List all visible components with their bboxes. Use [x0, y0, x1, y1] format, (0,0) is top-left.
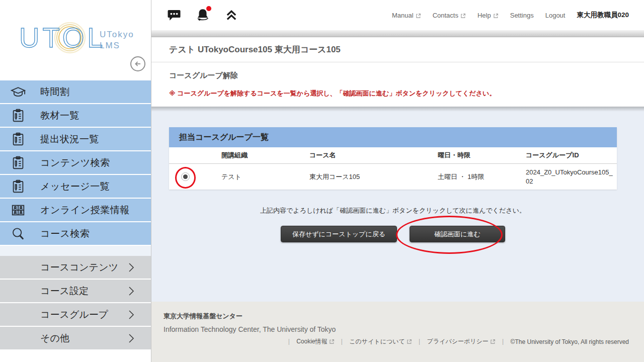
- sidebar-item-label: メッセージ一覧: [40, 180, 110, 193]
- sidebar-item-materials[interactable]: 教材一覧: [0, 104, 151, 128]
- sidebar-subitem-label: コースグループ: [40, 308, 128, 321]
- footer-separator: ｜: [417, 337, 423, 346]
- collapse-header-icon[interactable]: [224, 8, 239, 23]
- external-link-icon: [460, 13, 466, 18]
- sidebar-item-others[interactable]: その他: [0, 327, 151, 350]
- sidebar-item-submission-status[interactable]: 提出状況一覧: [0, 128, 151, 151]
- logo-subtitle-1: UTokyo: [100, 30, 134, 39]
- logo-subtitle-2: LMS: [100, 41, 120, 50]
- cell-day-period: 土曜日 ・ 1時限: [436, 172, 524, 182]
- copyright-text: ©The University of Tokyo, All rights res…: [511, 338, 629, 345]
- footer-separator: ｜: [286, 337, 292, 346]
- sidebar-item-content-search[interactable]: コンテンツ検索: [0, 151, 151, 175]
- content-shadow-band: [151, 107, 644, 112]
- header-divider-band: [151, 30, 644, 37]
- user-name[interactable]: 東大用教職員020: [577, 11, 629, 20]
- online-class-icon: [11, 203, 26, 218]
- logo-area: UTOL UTokyo LMS: [0, 0, 151, 80]
- utol-logo[interactable]: UTOL UTokyo LMS: [19, 22, 137, 62]
- sidebar-item-label: 提出状況一覧: [40, 133, 99, 146]
- sidebar-item-label: コンテンツ検索: [40, 156, 110, 169]
- chevron-right-icon: [128, 262, 134, 273]
- sidebar-item-course-group[interactable]: コースグループ: [0, 303, 151, 327]
- footer-links: ｜ Cookie情報 ｜ このサイトについて ｜ プライバシーポリシー ｜ ©T…: [164, 337, 629, 346]
- contacts-link[interactable]: Contacts: [433, 12, 466, 19]
- course-select-radio[interactable]: [181, 172, 190, 181]
- column-header-course: コース名: [307, 151, 436, 160]
- about-site-label: このサイトについて: [349, 337, 405, 346]
- main-area: Manual Contacts Help Settings Logout 東: [151, 0, 644, 362]
- clipboard-icon: [11, 108, 26, 123]
- footer-org-ja: 東京大学情報基盤センター: [164, 312, 629, 321]
- radio-selected-dot: [183, 174, 188, 179]
- sidebar-item-course-settings[interactable]: コース設定: [0, 280, 151, 303]
- chevron-right-icon: [128, 333, 134, 343]
- logout-link-label: Logout: [545, 12, 566, 19]
- privacy-policy-label: プライバシーポリシー: [427, 337, 489, 346]
- sidebar: UTOL UTokyo LMS 時間割 教材一覧 提出状況一覧 コンテンツ検索: [0, 0, 151, 362]
- footer-separator: ｜: [500, 337, 506, 346]
- sidebar-item-label: コース検索: [40, 227, 90, 240]
- cookie-info-label: Cookie情報: [296, 337, 327, 346]
- confirm-instruction: 上記内容でよろしければ「確認画面に進む」ボタンをクリックして次に進んでください。: [169, 206, 617, 216]
- external-link-icon: [329, 339, 335, 344]
- sidebar-item-label: 時間割: [40, 85, 70, 99]
- settings-link-label: Settings: [510, 12, 534, 19]
- cell-group-id: 2024_Z0_UTokyoCourse105_02: [524, 168, 617, 186]
- clipboard-icon: [11, 132, 26, 147]
- sidebar-divider: [0, 246, 151, 256]
- sidebar-subitem-label: コース設定: [40, 285, 128, 298]
- clipboard-icon: [11, 155, 26, 170]
- chevron-right-icon: [128, 286, 134, 296]
- sidebar-item-online-class-info[interactable]: オンライン授業情報: [0, 199, 151, 222]
- cell-org: テスト: [219, 172, 307, 182]
- utol-lms-app: UTOL UTokyo LMS 時間割 教材一覧 提出状況一覧 コンテンツ検索: [0, 0, 644, 362]
- graduation-cap-icon: [11, 84, 26, 100]
- section-title: コースグループ解除: [169, 71, 644, 80]
- proceed-to-confirm-button[interactable]: 確認画面に進む: [410, 226, 505, 242]
- footer-org-en: Information Technology Center, The Unive…: [164, 325, 629, 333]
- external-link-icon: [493, 13, 499, 18]
- sidebar-item-messages[interactable]: メッセージ一覧: [0, 175, 151, 199]
- sidebar-subitem-label: コースコンテンツ: [40, 261, 128, 274]
- sidebar-item-label: 教材一覧: [40, 109, 79, 122]
- help-link-label: Help: [477, 12, 491, 19]
- sidebar-item-course-search[interactable]: コース検索: [0, 222, 151, 246]
- button-row: 保存せずにコーストップに戻る 確認画面に進む: [169, 226, 617, 242]
- settings-link[interactable]: Settings: [510, 12, 534, 19]
- notification-bell-icon[interactable]: [195, 8, 210, 23]
- manual-link[interactable]: Manual: [392, 12, 421, 19]
- table-title: 担当コースグループ一覧: [179, 132, 269, 143]
- column-header-group-id: コースグループID: [524, 151, 617, 160]
- sidebar-item-course-contents[interactable]: コースコンテンツ: [0, 256, 151, 280]
- search-icon: [11, 226, 26, 241]
- course-group-table: 担当コースグループ一覧 開講組織 コース名 曜日・時限 コースグループID テス…: [169, 127, 617, 190]
- external-link-icon: [490, 339, 496, 344]
- clipboard-icon: [11, 179, 26, 194]
- section-header: コースグループ解除 ※ コースグループを解除するコースを一覧から選択し、「確認画…: [151, 62, 644, 107]
- cookie-info-link[interactable]: Cookie情報: [296, 337, 334, 346]
- instruction-note: ※ コースグループを解除するコースを一覧から選択し、「確認画面に進む」ボタンをク…: [169, 89, 644, 98]
- message-icon[interactable]: [167, 8, 182, 23]
- cell-course: 東大用コース105: [307, 172, 436, 182]
- logout-link[interactable]: Logout: [545, 12, 566, 19]
- external-link-icon: [416, 13, 421, 18]
- privacy-policy-link[interactable]: プライバシーポリシー: [427, 337, 496, 346]
- table-row: テスト 東大用コース105 土曜日 ・ 1時限 2024_Z0_UTokyoCo…: [169, 164, 617, 190]
- footer-separator: ｜: [339, 337, 345, 346]
- top-bar: Manual Contacts Help Settings Logout 東: [151, 0, 644, 30]
- column-header-org: 開講組織: [219, 151, 307, 160]
- table-title-bar: 担当コースグループ一覧: [169, 127, 617, 147]
- chevron-right-icon: [128, 310, 134, 320]
- sidebar-item-label: オンライン授業情報: [40, 204, 130, 217]
- logo-wordmark: UTOL: [19, 22, 106, 53]
- notification-badge: [206, 6, 211, 11]
- sidebar-subitem-label: その他: [40, 332, 128, 345]
- help-link[interactable]: Help: [477, 12, 499, 19]
- external-link-icon: [407, 339, 412, 344]
- sidebar-collapse-button[interactable]: [130, 56, 145, 71]
- sidebar-item-timetable[interactable]: 時間割: [0, 80, 151, 104]
- content-area: 担当コースグループ一覧 開講組織 コース名 曜日・時限 コースグループID テス…: [151, 112, 644, 302]
- about-site-link[interactable]: このサイトについて: [349, 337, 412, 346]
- back-to-course-top-button[interactable]: 保存せずにコーストップに戻る: [281, 226, 397, 242]
